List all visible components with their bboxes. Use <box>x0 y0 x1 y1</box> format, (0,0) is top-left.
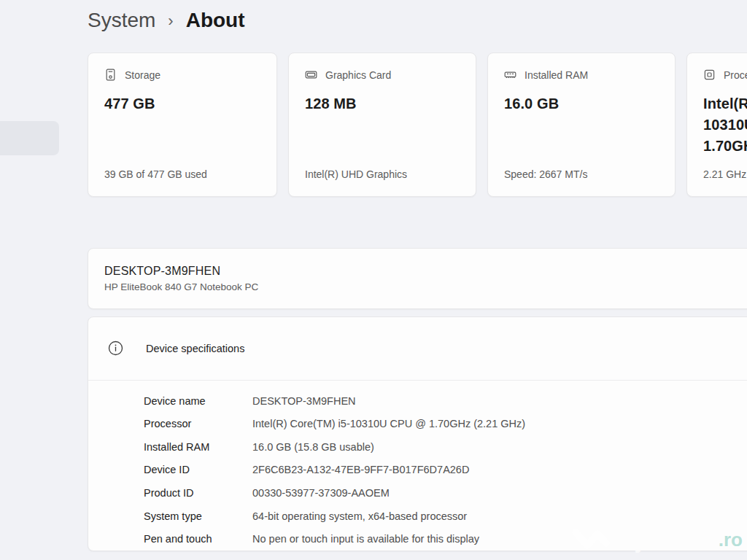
device-name-banner: DESKTOP-3M9FHEN HP EliteBook 840 G7 Note… <box>88 248 747 309</box>
card-storage: Storage 477 GB 39 GB of 477 GB used <box>88 52 277 197</box>
info-icon <box>108 341 123 356</box>
spec-value: 00330-53977-37309-AAOEM <box>252 487 390 499</box>
spec-row-installed-ram: Installed RAM 16.0 GB (15.8 GB usable) <box>144 435 747 459</box>
device-specifications-expander[interactable]: Device specifications <box>88 317 747 381</box>
card-ram: Installed RAM 16.0 GB Speed: 2667 MT/s <box>487 52 676 197</box>
specs-section-title: Device specifications <box>146 343 244 354</box>
cpu-icon <box>703 69 716 81</box>
card-caption: Speed: 2667 MT/s <box>504 168 659 180</box>
card-title: Graphics Card <box>325 69 391 81</box>
spec-label: Device ID <box>144 464 252 475</box>
card-title: Installed RAM <box>525 69 588 81</box>
spec-row-system-type: System type 64-bit operating system, x64… <box>144 505 747 528</box>
spec-value: 2F6C6B23-A132-47EB-9FF7-B017F6D7A26D <box>252 464 469 475</box>
card-graphics: Graphics Card 128 MB Intel(R) UHD Graphi… <box>288 52 476 197</box>
spec-label: Product ID <box>144 487 252 499</box>
card-value: 128 MB <box>305 93 460 114</box>
specs-rows: Device name DESKTOP-3M9FHEN Processor In… <box>88 381 747 551</box>
breadcrumb-system[interactable]: System <box>88 9 155 32</box>
spec-label: System type <box>144 510 252 522</box>
card-caption: Intel(R) UHD Graphics <box>305 168 460 180</box>
card-processor-header: Processor <box>703 69 747 81</box>
spec-value: No pen or touch input is available for t… <box>252 533 479 545</box>
card-ram-header: Installed RAM <box>504 69 659 81</box>
storage-icon <box>104 69 117 81</box>
device-specifications-card: Device specifications Device name DESKTO… <box>88 316 747 551</box>
card-value: Intel(R) Core(TM) i5-10310U CPU @ 1.70GH… <box>703 93 747 157</box>
summary-cards: Storage 477 GB 39 GB of 477 GB used Grap… <box>88 52 747 197</box>
card-caption: 39 GB of 477 GB used <box>104 168 260 180</box>
ram-icon <box>504 69 516 81</box>
chevron-right-icon: › <box>168 10 173 31</box>
spec-label: Processor <box>144 418 252 429</box>
card-value: 16.0 GB <box>504 93 659 114</box>
card-processor: Processor Intel(R) Core(TM) i5-10310U CP… <box>686 52 747 197</box>
spec-value: 16.0 GB (15.8 GB usable) <box>252 441 374 453</box>
card-graphics-header: Graphics Card <box>305 69 460 81</box>
spec-row-processor: Processor Intel(R) Core(TM) i5-10310U CP… <box>144 412 747 435</box>
spec-row-device-id: Device ID 2F6C6B23-A132-47EB-9FF7-B017F6… <box>144 459 747 482</box>
card-value: 477 GB <box>104 93 260 114</box>
page-title: About <box>186 9 245 32</box>
card-title: Processor <box>724 69 747 81</box>
card-caption: 2.21 GHz <box>703 168 747 180</box>
device-model: HP EliteBook 840 G7 Notebook PC <box>104 281 747 292</box>
device-name: DESKTOP-3M9FHEN <box>104 265 747 278</box>
spec-value: DESKTOP-3M9FHEN <box>252 395 356 407</box>
card-storage-header: Storage <box>104 69 260 81</box>
spec-value: Intel(R) Core(TM) i5-10310U CPU @ 1.70GH… <box>252 418 525 429</box>
spec-value: 64-bit operating system, x64-based proce… <box>252 510 467 522</box>
spec-label: Device name <box>144 395 252 407</box>
spec-row-pen-and-touch: Pen and touch No pen or touch input is a… <box>144 527 747 551</box>
sidebar-item-partial[interactable] <box>0 121 59 155</box>
card-title: Storage <box>125 69 160 81</box>
graphics-card-icon <box>305 69 317 81</box>
spec-label: Pen and touch <box>144 533 252 545</box>
spec-label: Installed RAM <box>144 441 252 453</box>
breadcrumb: System › About <box>88 4 245 36</box>
spec-row-device-name: Device name DESKTOP-3M9FHEN <box>144 389 747 413</box>
spec-row-product-id: Product ID 00330-53977-37309-AAOEM <box>144 481 747 505</box>
